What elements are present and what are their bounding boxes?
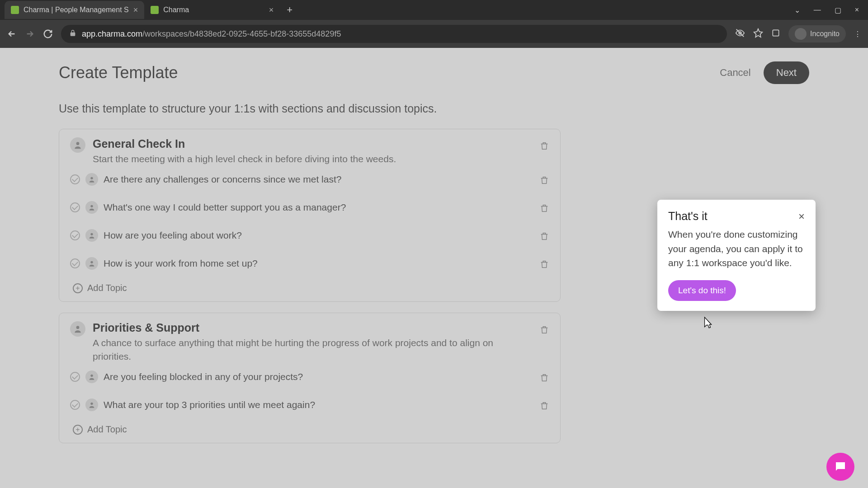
- lets-do-this-button[interactable]: Let's do this!: [668, 280, 736, 301]
- incognito-label: Incognito: [810, 30, 840, 38]
- eye-off-icon[interactable]: [735, 28, 745, 40]
- new-tab-button[interactable]: +: [280, 4, 299, 16]
- close-window-icon[interactable]: ×: [855, 6, 859, 14]
- popover-title: That's it: [668, 210, 708, 223]
- close-icon[interactable]: ×: [798, 210, 805, 223]
- url-host: app.charma.com: [82, 29, 142, 38]
- browser-tab-1[interactable]: Charma ×: [144, 1, 280, 19]
- reload-icon[interactable]: [43, 29, 53, 39]
- minimize-icon[interactable]: —: [814, 6, 821, 14]
- window-controls: ⌄ — ▢ ×: [794, 6, 868, 14]
- favicon-icon: [151, 6, 159, 14]
- url-path: /workspaces/b4838ed2-0925-4655-bf28-3365…: [142, 29, 341, 38]
- onboarding-popover: That's it × When you're done customizing…: [657, 200, 816, 311]
- close-icon[interactable]: ×: [133, 5, 138, 15]
- tab-search-icon[interactable]: ⌄: [794, 6, 800, 14]
- svg-rect-1: [773, 30, 778, 36]
- browser-chrome: Charma | People Management S × Charma × …: [0, 0, 868, 48]
- incognito-badge[interactable]: Incognito: [788, 25, 846, 42]
- extensions-icon[interactable]: [771, 28, 780, 39]
- address-bar: app.charma.com/workspaces/b4838ed2-0925-…: [0, 20, 868, 48]
- tab-title: Charma: [163, 6, 189, 14]
- chat-fab-button[interactable]: [826, 453, 854, 481]
- url-field[interactable]: app.charma.com/workspaces/b4838ed2-0925-…: [61, 25, 727, 43]
- tab-bar: Charma | People Management S × Charma × …: [0, 0, 868, 20]
- page: Create Template Cancel Next Use this tem…: [0, 48, 868, 488]
- incognito-icon: [795, 28, 807, 40]
- browser-tab-0[interactable]: Charma | People Management S ×: [5, 1, 144, 19]
- tab-title: Charma | People Management S: [24, 6, 129, 14]
- forward-icon[interactable]: [25, 29, 35, 39]
- maximize-icon[interactable]: ▢: [835, 6, 841, 14]
- star-icon[interactable]: [753, 28, 763, 40]
- lock-icon: [69, 29, 76, 39]
- close-icon[interactable]: ×: [269, 5, 274, 15]
- back-icon[interactable]: [7, 29, 17, 39]
- popover-body: When you're done customizing your agenda…: [668, 227, 805, 270]
- menu-icon[interactable]: ⋮: [854, 30, 861, 38]
- favicon-icon: [11, 6, 19, 14]
